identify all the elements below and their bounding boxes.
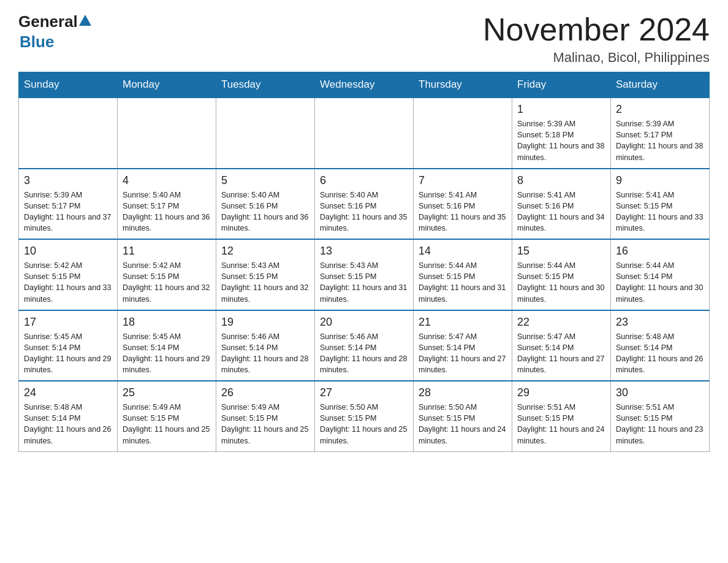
calendar-header-wednesday: Wednesday xyxy=(315,72,414,98)
calendar-header-sunday: Sunday xyxy=(19,72,118,98)
day-number: 13 xyxy=(320,245,408,258)
calendar-cell: 1Sunrise: 5:39 AMSunset: 5:18 PMDaylight… xyxy=(512,98,611,169)
calendar-cell: 11Sunrise: 5:42 AMSunset: 5:15 PMDayligh… xyxy=(118,239,216,310)
day-info: Sunrise: 5:48 AMSunset: 5:14 PMDaylight:… xyxy=(24,402,112,446)
day-info: Sunrise: 5:43 AMSunset: 5:15 PMDaylight:… xyxy=(320,260,408,305)
calendar-cell xyxy=(118,98,216,169)
day-info: Sunrise: 5:46 AMSunset: 5:14 PMDaylight:… xyxy=(320,331,408,376)
calendar-cell: 2Sunrise: 5:39 AMSunset: 5:17 PMDaylight… xyxy=(611,98,710,169)
day-number: 1 xyxy=(517,103,605,116)
location-title: Malinao, Bicol, Philippines xyxy=(483,50,710,66)
day-info: Sunrise: 5:47 AMSunset: 5:14 PMDaylight:… xyxy=(419,331,507,376)
day-info: Sunrise: 5:49 AMSunset: 5:15 PMDaylight:… xyxy=(123,402,211,446)
day-number: 12 xyxy=(221,245,309,258)
calendar-week-5: 24Sunrise: 5:48 AMSunset: 5:14 PMDayligh… xyxy=(19,381,710,451)
day-number: 28 xyxy=(419,386,507,399)
day-number: 4 xyxy=(123,174,211,187)
day-number: 8 xyxy=(517,174,605,187)
title-area: November 2024 Malinao, Bicol, Philippine… xyxy=(483,12,710,66)
day-number: 21 xyxy=(419,316,507,329)
day-info: Sunrise: 5:43 AMSunset: 5:15 PMDaylight:… xyxy=(221,260,309,305)
calendar-week-4: 17Sunrise: 5:45 AMSunset: 5:14 PMDayligh… xyxy=(19,310,710,381)
calendar-cell: 30Sunrise: 5:51 AMSunset: 5:15 PMDayligh… xyxy=(611,381,710,451)
day-info: Sunrise: 5:42 AMSunset: 5:15 PMDaylight:… xyxy=(24,260,112,305)
day-number: 25 xyxy=(123,386,211,399)
calendar-table: SundayMondayTuesdayWednesdayThursdayFrid… xyxy=(18,72,710,452)
calendar-cell: 22Sunrise: 5:47 AMSunset: 5:14 PMDayligh… xyxy=(512,310,611,381)
calendar-header-monday: Monday xyxy=(118,72,216,98)
day-number: 20 xyxy=(320,316,408,329)
calendar-header-saturday: Saturday xyxy=(611,72,710,98)
day-info: Sunrise: 5:42 AMSunset: 5:15 PMDaylight:… xyxy=(123,260,211,305)
calendar-cell: 15Sunrise: 5:44 AMSunset: 5:15 PMDayligh… xyxy=(512,239,611,310)
day-number: 17 xyxy=(24,316,112,329)
day-info: Sunrise: 5:46 AMSunset: 5:14 PMDaylight:… xyxy=(221,331,309,376)
day-info: Sunrise: 5:50 AMSunset: 5:15 PMDaylight:… xyxy=(320,402,408,446)
day-number: 22 xyxy=(517,316,605,329)
calendar-cell: 25Sunrise: 5:49 AMSunset: 5:15 PMDayligh… xyxy=(118,381,216,451)
calendar-header-tuesday: Tuesday xyxy=(216,72,315,98)
day-info: Sunrise: 5:51 AMSunset: 5:15 PMDaylight:… xyxy=(616,402,704,446)
day-info: Sunrise: 5:44 AMSunset: 5:14 PMDaylight:… xyxy=(616,260,704,305)
day-info: Sunrise: 5:40 AMSunset: 5:17 PMDaylight:… xyxy=(123,190,211,234)
day-info: Sunrise: 5:50 AMSunset: 5:15 PMDaylight:… xyxy=(419,402,507,446)
day-info: Sunrise: 5:40 AMSunset: 5:16 PMDaylight:… xyxy=(320,190,408,234)
logo-general: General xyxy=(18,12,78,31)
day-number: 11 xyxy=(123,245,211,258)
day-info: Sunrise: 5:44 AMSunset: 5:15 PMDaylight:… xyxy=(419,260,507,305)
day-number: 16 xyxy=(616,245,704,258)
day-number: 5 xyxy=(221,174,309,187)
day-info: Sunrise: 5:41 AMSunset: 5:16 PMDaylight:… xyxy=(419,190,507,234)
day-info: Sunrise: 5:51 AMSunset: 5:15 PMDaylight:… xyxy=(517,402,605,446)
calendar-cell: 16Sunrise: 5:44 AMSunset: 5:14 PMDayligh… xyxy=(611,239,710,310)
day-number: 19 xyxy=(221,316,309,329)
logo-triangle-icon xyxy=(79,15,91,26)
day-number: 29 xyxy=(517,386,605,399)
calendar-cell: 6Sunrise: 5:40 AMSunset: 5:16 PMDaylight… xyxy=(315,169,414,240)
day-info: Sunrise: 5:40 AMSunset: 5:16 PMDaylight:… xyxy=(221,190,309,234)
calendar-cell: 8Sunrise: 5:41 AMSunset: 5:16 PMDaylight… xyxy=(512,169,611,240)
calendar-cell: 27Sunrise: 5:50 AMSunset: 5:15 PMDayligh… xyxy=(315,381,414,451)
calendar-header-thursday: Thursday xyxy=(414,72,512,98)
day-number: 30 xyxy=(616,386,704,399)
calendar-cell: 12Sunrise: 5:43 AMSunset: 5:15 PMDayligh… xyxy=(216,239,315,310)
calendar-cell: 9Sunrise: 5:41 AMSunset: 5:15 PMDaylight… xyxy=(611,169,710,240)
calendar-cell: 14Sunrise: 5:44 AMSunset: 5:15 PMDayligh… xyxy=(414,239,512,310)
day-number: 18 xyxy=(123,316,211,329)
day-info: Sunrise: 5:48 AMSunset: 5:14 PMDaylight:… xyxy=(616,331,704,376)
calendar-cell: 18Sunrise: 5:45 AMSunset: 5:14 PMDayligh… xyxy=(118,310,216,381)
calendar-cell: 24Sunrise: 5:48 AMSunset: 5:14 PMDayligh… xyxy=(19,381,118,451)
logo-blue: Blue xyxy=(20,33,54,51)
day-number: 3 xyxy=(24,174,112,187)
calendar-week-2: 3Sunrise: 5:39 AMSunset: 5:17 PMDaylight… xyxy=(19,169,710,240)
calendar-cell: 20Sunrise: 5:46 AMSunset: 5:14 PMDayligh… xyxy=(315,310,414,381)
day-number: 24 xyxy=(24,386,112,399)
header: General Blue November 2024 Malinao, Bico… xyxy=(18,12,710,66)
calendar-cell xyxy=(19,98,118,169)
calendar-cell: 21Sunrise: 5:47 AMSunset: 5:14 PMDayligh… xyxy=(414,310,512,381)
calendar-cell: 17Sunrise: 5:45 AMSunset: 5:14 PMDayligh… xyxy=(19,310,118,381)
calendar-cell: 10Sunrise: 5:42 AMSunset: 5:15 PMDayligh… xyxy=(19,239,118,310)
calendar-week-3: 10Sunrise: 5:42 AMSunset: 5:15 PMDayligh… xyxy=(19,239,710,310)
day-info: Sunrise: 5:44 AMSunset: 5:15 PMDaylight:… xyxy=(517,260,605,305)
calendar-cell xyxy=(216,98,315,169)
day-number: 26 xyxy=(221,386,309,399)
day-number: 27 xyxy=(320,386,408,399)
calendar-cell: 23Sunrise: 5:48 AMSunset: 5:14 PMDayligh… xyxy=(611,310,710,381)
day-number: 15 xyxy=(517,245,605,258)
calendar-cell: 13Sunrise: 5:43 AMSunset: 5:15 PMDayligh… xyxy=(315,239,414,310)
calendar-header-friday: Friday xyxy=(512,72,611,98)
day-info: Sunrise: 5:45 AMSunset: 5:14 PMDaylight:… xyxy=(24,331,112,376)
calendar-week-1: 1Sunrise: 5:39 AMSunset: 5:18 PMDaylight… xyxy=(19,98,710,169)
calendar-cell xyxy=(315,98,414,169)
calendar-cell: 29Sunrise: 5:51 AMSunset: 5:15 PMDayligh… xyxy=(512,381,611,451)
day-number: 6 xyxy=(320,174,408,187)
calendar-cell: 19Sunrise: 5:46 AMSunset: 5:14 PMDayligh… xyxy=(216,310,315,381)
day-info: Sunrise: 5:41 AMSunset: 5:16 PMDaylight:… xyxy=(517,190,605,234)
day-info: Sunrise: 5:47 AMSunset: 5:14 PMDaylight:… xyxy=(517,331,605,376)
day-info: Sunrise: 5:49 AMSunset: 5:15 PMDaylight:… xyxy=(221,402,309,446)
month-title: November 2024 xyxy=(483,12,710,47)
logo-text: General xyxy=(18,12,93,31)
calendar-cell: 7Sunrise: 5:41 AMSunset: 5:16 PMDaylight… xyxy=(414,169,512,240)
calendar-cell xyxy=(414,98,512,169)
